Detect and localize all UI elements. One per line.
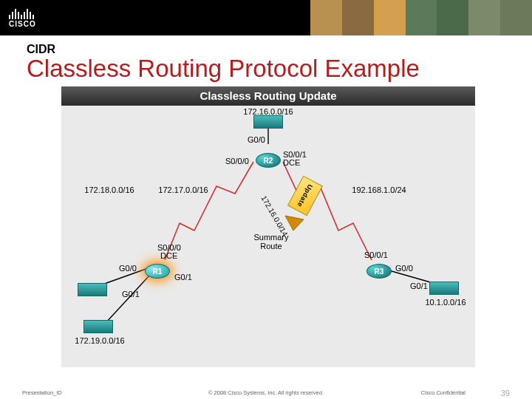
cisco-logo-text: CISCO [9,20,36,28]
router-r3-icon: R3 [366,264,392,279]
net-r3-right: 10.1.0.0/16 [425,298,466,307]
cisco-logo-bars [9,7,34,19]
net-r2-top: 172.16.0.0/16 [243,107,293,116]
switch-r3-right [429,282,459,295]
net-r1-left1: 172.18.0.0/16 [84,185,134,194]
footer-left: Presentation_ID [22,389,62,396]
page-number: 39 [501,389,510,398]
switch-r1-left2 [83,320,113,333]
if-r3-g01: G0/1 [410,282,428,290]
router-r2-label: R2 [264,156,273,164]
switch-r1-left1 [78,283,107,296]
update-label: Update [296,183,315,208]
net-r3-right-top: 192.168.1.0/24 [352,185,406,194]
header-bar: CISCO [0,0,532,35]
if-r1-g01-left: G0/1 [122,290,140,299]
slide-body: CIDR Classless Routing Protocol Example … [0,35,532,367]
slide-title: Classless Routing Protocol Example [27,56,510,82]
router-r3-label: R3 [375,267,384,275]
cisco-logo: CISCO [9,7,36,28]
if-r2-g00: G0/0 [248,135,265,144]
net-r1-left2: 172.17.0.0/16 [158,185,208,194]
routing-diagram: Classless Routing Update R2 R1 R3 172.16… [61,86,475,367]
footer-copyright: © 2008 Cisco Systems, Inc. All rights re… [208,389,324,396]
topology-lines [61,86,475,367]
router-r1-icon: R1 [145,264,170,279]
net-r1-bottom: 172.19.0.0/16 [75,336,124,345]
update-packet-icon: Update [287,175,323,216]
switch-top [253,115,283,129]
footer: Presentation_ID © 2008 Cisco Systems, In… [0,389,532,396]
diagram-title: Classless Routing Update [200,89,336,102]
header-photo-collage [310,0,532,35]
if-r1-dce: DCE [160,251,177,260]
if-r2-dce: DCE [283,158,300,167]
if-r3-s001: S0/0/1 [364,250,388,259]
footer-confidential: Cisco Confidential [421,389,466,396]
if-r2-s000: S0/0/0 [225,157,249,166]
svg-marker-1 [285,216,304,231]
router-r1-label: R1 [153,267,163,275]
if-r1-g00: G0/0 [119,264,137,273]
summary-prefix-label: 172.16.0.0/14 [259,194,289,237]
router-r2-icon: R2 [256,153,281,168]
if-r3-g00: G0/0 [395,264,413,273]
if-r1-g01-right: G0/1 [174,273,192,282]
